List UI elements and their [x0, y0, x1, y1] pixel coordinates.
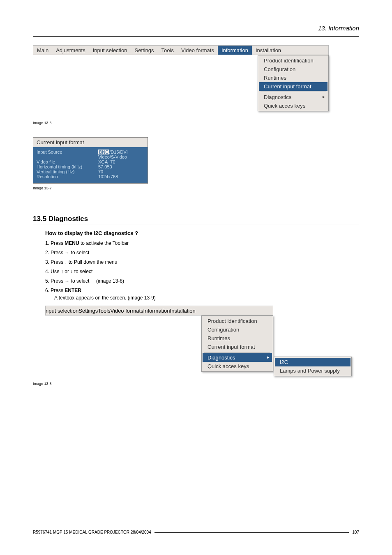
dropdown-quick-access-keys[interactable]: Quick acces keys [259, 101, 327, 110]
dropdown-diagnostics[interactable]: Diagnostics [259, 93, 327, 101]
dropdown2-runtimes[interactable]: Runtimes [203, 334, 272, 343]
cif-vtiming-label: Vertical timing (Hz) [37, 169, 98, 174]
menu-input-selection[interactable]: Input selection [89, 46, 131, 55]
step-5: Press → to select (image 13-8) [45, 278, 359, 284]
section-heading-diagnostics: 13.5 Diagnostics [33, 215, 359, 223]
cif-title: Current input format [33, 138, 148, 147]
dropdown2-quick-access-keys[interactable]: Quick acces keys [203, 362, 272, 371]
menu-tools[interactable]: Tools [158, 46, 178, 55]
figure-13-6: Main Adjustments Input selection Setting… [33, 45, 359, 125]
cif-vtiming-value: 70 [98, 169, 144, 174]
information-dropdown-1: Product identification Configuration Run… [258, 55, 329, 111]
cif-htiming-label: Horizontal timing (kHz) [37, 164, 98, 169]
dropdown-runtimes[interactable]: Runtimes [259, 74, 327, 82]
menu2-information[interactable]: Information [143, 308, 170, 314]
menu2-settings[interactable]: Settings [78, 308, 98, 314]
cif-input-source-value: BNC/D15/DVI [98, 150, 144, 154]
menu2-video-formats[interactable]: Video formats [111, 308, 143, 314]
menu-settings[interactable]: Settings [131, 46, 158, 55]
menubar-1: Main Adjustments Input selection Setting… [33, 45, 329, 55]
dropdown2-current-input-format[interactable]: Current input format [203, 343, 272, 351]
cif-resolution-value: 1024x768 [98, 174, 144, 179]
footer-left: R5976741 MGP 15 MEDICAL GRADE PROJECTOR … [33, 530, 151, 534]
menu-video-formats[interactable]: Video formats [178, 46, 218, 55]
dropdown-current-input-format[interactable]: Current input format [259, 82, 327, 91]
cif-video-file-label: Video file [37, 159, 98, 164]
dropdown2-configuration[interactable]: Configuration [203, 325, 272, 334]
footer: R5976741 MGP 15 MEDICAL GRADE PROJECTOR … [33, 530, 359, 534]
submenu-i2c[interactable]: I2C [275, 358, 350, 366]
steps-list: Press MENU to activate the Toolbar Press… [45, 240, 359, 301]
menu-information[interactable]: Information [218, 46, 252, 55]
menubar-2: nput selection Settings Tools Video form… [45, 306, 273, 315]
step-6-note: A textbox appears on the screen. (image … [54, 295, 359, 301]
menu-installation[interactable]: Installation [252, 46, 285, 55]
footer-page: 107 [352, 530, 359, 534]
menu-main[interactable]: Main [33, 46, 52, 55]
subheading-i2c: How to display the I2C diagnostics ? [45, 230, 359, 236]
caption-13-8: Image 13-8 [33, 382, 359, 386]
caption-13-7: Image 13-7 [33, 186, 359, 190]
cif-input-source-label: Input Source [37, 150, 98, 154]
step-3: Press ↓ to Pull down the menu [45, 259, 359, 265]
dropdown-separator [261, 92, 326, 92]
step-6: Press ENTER A textbox appears on the scr… [45, 288, 359, 301]
cif-video-file-value: XGA_70 [98, 159, 144, 164]
current-input-format-panel: Current input format Input Source BNC/D1… [33, 137, 148, 184]
dropdown-product-identification[interactable]: Product identification [259, 56, 327, 65]
step-1: Press MENU to activate the Toolbar [45, 240, 359, 246]
cif-input-source-value-2: Video/S-Video [98, 154, 144, 159]
step-2: Press → to select [45, 250, 359, 256]
menu2-installation[interactable]: Installation [170, 308, 196, 314]
dropdown-configuration[interactable]: Configuration [259, 65, 327, 74]
dropdown2-product-identification[interactable]: Product identification [203, 317, 272, 325]
submenu-lamps[interactable]: Lamps and Power supply [275, 366, 350, 375]
menu2-tools[interactable]: Tools [98, 308, 110, 314]
cif-body: Input Source BNC/D15/DVI Video/S-Video V… [33, 147, 148, 183]
caption-13-6: Image 13-6 [33, 121, 359, 125]
dropdown2-diagnostics[interactable]: Diagnostics [203, 353, 272, 362]
diagnostics-submenu: I2C Lamps and Power supply [274, 357, 352, 376]
cif-resolution-label: Resolution [37, 174, 98, 179]
menu2-input-selection[interactable]: nput selection [46, 308, 78, 314]
information-dropdown-2: Product identification Configuration Run… [201, 315, 273, 372]
menu-adjustments[interactable]: Adjustments [52, 46, 89, 55]
dropdown2-separator [204, 352, 270, 352]
footer-rule [154, 532, 349, 533]
section-rule [33, 224, 359, 224]
header-rule [33, 36, 359, 37]
step-4: Use ↑ or ↓ to select [45, 269, 359, 274]
chapter-heading: 13. Information [318, 25, 359, 32]
cif-htiming-value: 57.050 [98, 164, 144, 169]
figure-13-8: nput selection Settings Tools Video form… [45, 306, 359, 378]
